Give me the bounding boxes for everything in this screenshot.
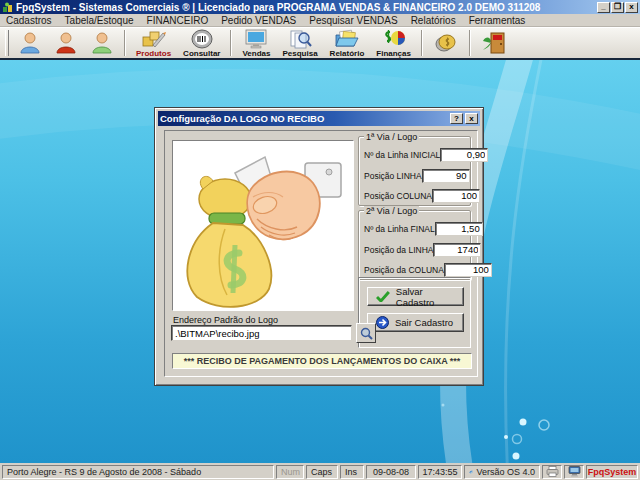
- statusbar-brand: FpqSystem: [586, 465, 638, 479]
- statusbar: Porto Alegre - RS 9 de Agosto de 2008 - …: [0, 463, 640, 480]
- exit-door-icon: [481, 31, 507, 55]
- field-label-posicao-linha-2: Posição da LINHA: [364, 245, 433, 255]
- field-label-linha-inicial: Nº da Linha INICIAL: [364, 150, 440, 160]
- exit-arrow-icon: [376, 316, 389, 329]
- toolbar-relatorio-label: Relatório: [330, 50, 365, 58]
- group2-title: 2ª Via / Logo: [364, 206, 419, 216]
- toolbar-financas-label: Finanças: [376, 50, 411, 58]
- dialog-close-button[interactable]: x: [465, 113, 478, 124]
- exit-button-label: Sair Cadastro: [395, 317, 453, 328]
- statusbar-network-cell[interactable]: [564, 465, 584, 479]
- logo-config-dialog: Configuração DA LOGO NO RECIBO ? x: [154, 107, 484, 386]
- vendas-monitor-icon: [243, 29, 269, 49]
- toolbar-caixa-button[interactable]: [427, 28, 465, 58]
- browse-logo-button[interactable]: [356, 323, 376, 343]
- consultar-barcode-icon: [189, 29, 215, 49]
- printer-icon: [546, 466, 559, 477]
- menu-cadastros[interactable]: Cadastros: [6, 15, 52, 26]
- minimize-button[interactable]: _: [597, 2, 610, 13]
- toolbar-consultar-label: Consultar: [183, 50, 220, 58]
- address-label: Endereço Padrão do Logo: [173, 315, 278, 325]
- menu-tabela-estoque[interactable]: Tabela/Estoque: [65, 15, 134, 26]
- statusbar-num: Num: [276, 465, 304, 479]
- check-icon: [376, 291, 390, 302]
- statusbar-ins: Ins: [340, 465, 364, 479]
- app-icon: [2, 2, 13, 13]
- field-label-posicao-linha-1: Posição LINHA: [364, 171, 422, 181]
- statusbar-caps: Caps: [306, 465, 338, 479]
- magnifier-icon: [360, 327, 373, 340]
- handshake-moneybag-image: [173, 141, 353, 310]
- save-button-label: Salvar Cadastro: [396, 286, 463, 308]
- statusbar-printer-cell[interactable]: [542, 465, 562, 479]
- menu-pedido-vendas[interactable]: Pedido VENDAS: [221, 15, 296, 26]
- field-label-linha-final: Nº da Linha FINAL: [364, 224, 435, 234]
- menu-pesquisar-vendas[interactable]: Pesquisar VENDAS: [309, 15, 397, 26]
- menu-relatorios[interactable]: Relatórios: [411, 15, 456, 26]
- toolbar-separator: [124, 30, 126, 56]
- input-linha-inicial[interactable]: [440, 148, 488, 162]
- receipt-banner: *** RECIBO DE PAGAMENTO DOS LANÇAMENTOS …: [172, 353, 472, 369]
- toolbar-gripper: [5, 30, 9, 56]
- group-2a-via-logo: 2ª Via / Logo Nº da Linha FINAL Posição …: [358, 210, 471, 280]
- exit-button[interactable]: Sair Cadastro: [367, 313, 464, 332]
- toolbar-separator: [421, 30, 423, 56]
- toolbar-pesquisa-label: Pesquisa: [282, 50, 317, 58]
- menubar: Cadastros Tabela/Estoque FINANCEIRO Pedi…: [0, 14, 640, 27]
- statusbar-version: Versão OS 4.0: [464, 465, 540, 479]
- pesquisa-icon: [287, 29, 313, 49]
- statusbar-date: 09-08-08: [366, 465, 416, 479]
- address-input[interactable]: [171, 325, 352, 341]
- save-button[interactable]: Salvar Cadastro: [367, 287, 464, 306]
- input-posicao-coluna-1[interactable]: [432, 189, 480, 203]
- toolbar-clientes-button[interactable]: [12, 28, 48, 58]
- close-button[interactable]: x: [625, 2, 638, 13]
- input-posicao-linha-1[interactable]: [422, 169, 470, 183]
- toolbar-vendas-label: Vendas: [242, 50, 270, 58]
- restore-button[interactable]: ❐: [611, 2, 624, 13]
- toolbar-financas-button[interactable]: Finanças: [370, 28, 417, 58]
- menu-financeiro[interactable]: FINANCEIRO: [147, 15, 209, 26]
- desktop: Configuração DA LOGO NO RECIBO ? x: [0, 60, 640, 463]
- statusbar-version-label: Versão OS 4.0: [476, 467, 535, 477]
- toolbar-separator: [230, 30, 232, 56]
- app-window: FpqSystem - Sistemas Comerciais ® | Lice…: [0, 0, 640, 480]
- produtos-icon: [141, 29, 167, 49]
- group1-title: 1ª Via / Logo: [364, 132, 419, 142]
- toolbar: Produtos Consultar Vendas: [0, 27, 640, 58]
- person-blue-icon: [18, 31, 42, 55]
- logo-preview: [172, 140, 354, 311]
- monitor-icon: [568, 466, 581, 477]
- input-linha-final[interactable]: [435, 222, 483, 236]
- toolbar-produtos-label: Produtos: [136, 50, 171, 58]
- toolbar-sair-button[interactable]: [475, 28, 513, 58]
- window-titlebar: FpqSystem - Sistemas Comerciais ® | Lice…: [0, 0, 640, 14]
- toolbar-vendedores-button[interactable]: [84, 28, 120, 58]
- person-red-icon: [54, 31, 78, 55]
- input-posicao-coluna-2[interactable]: [444, 263, 492, 277]
- toolbar-pesquisa-button[interactable]: Pesquisa: [276, 28, 323, 58]
- dialog-title: Configuração DA LOGO NO RECIBO: [160, 113, 448, 124]
- group-1a-via-logo: 1ª Via / Logo Nº da Linha INICIAL Posiçã…: [358, 136, 471, 206]
- toolbar-consultar-button[interactable]: Consultar: [177, 28, 226, 58]
- window-title: FpqSystem - Sistemas Comerciais ® | Lice…: [16, 2, 596, 13]
- toolbar-vendas-button[interactable]: Vendas: [236, 28, 276, 58]
- input-posicao-linha-2[interactable]: [433, 243, 481, 257]
- toolbar-produtos-button[interactable]: Produtos: [130, 28, 177, 58]
- field-label-posicao-coluna-1: Posição COLUNA: [364, 191, 432, 201]
- relatorio-folder-icon: [334, 29, 360, 49]
- toolbar-separator: [469, 30, 471, 56]
- dialog-help-button[interactable]: ?: [450, 113, 463, 124]
- dialog-titlebar[interactable]: Configuração DA LOGO NO RECIBO ? x: [158, 111, 480, 126]
- field-label-posicao-coluna-2: Posição da COLUNA: [364, 265, 444, 275]
- toolbar-fornecedores-button[interactable]: [48, 28, 84, 58]
- statusbar-time: 17:43:55: [418, 465, 462, 479]
- os-version-icon: [469, 467, 473, 477]
- statusbar-location-date: Porto Alegre - RS 9 de Agosto de 2008 - …: [2, 465, 274, 479]
- dialog-panel: 1ª Via / Logo Nº da Linha INICIAL Posiçã…: [164, 130, 478, 377]
- financas-icon: [381, 29, 407, 49]
- toolbar-relatorio-button[interactable]: Relatório: [324, 28, 371, 58]
- coin-icon: [433, 32, 459, 54]
- menu-ferramentas[interactable]: Ferramentas: [469, 15, 526, 26]
- person-green-icon: [90, 31, 114, 55]
